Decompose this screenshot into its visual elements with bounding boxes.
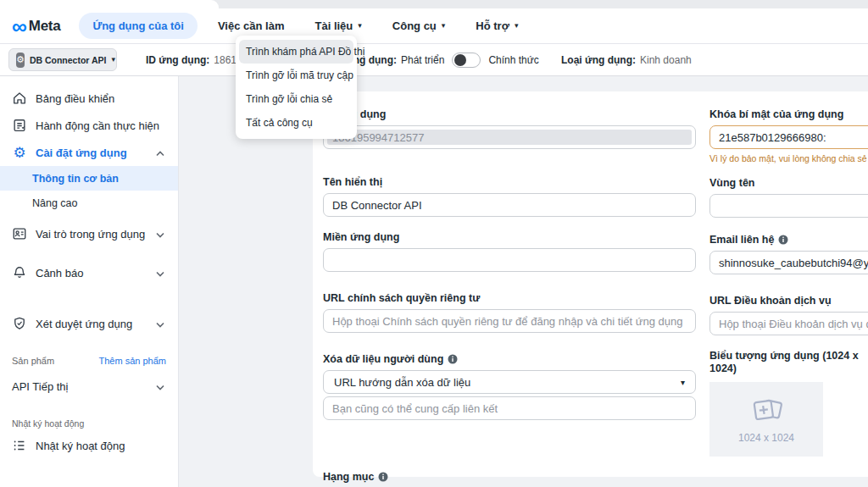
chevron-down-icon: ▾ xyxy=(358,22,362,30)
products-section-header: Sản phẩm Thêm sản phẩm xyxy=(0,356,178,366)
chevron-up-icon xyxy=(156,147,164,159)
menu-item-graph-api-explorer[interactable]: Trình khám phá API Đồ thị xyxy=(239,40,353,64)
activity-label: Nhật ký hoạt động xyxy=(12,418,84,429)
app-header-bar: ⚙ DB Connector API ▾ ID ứng dụng: 186195… xyxy=(0,44,868,76)
add-product-link[interactable]: Thêm sản phẩm xyxy=(99,356,166,366)
privacy-url-label: URL chính sách quyền riêng tư xyxy=(323,292,696,304)
chevron-down-icon xyxy=(156,228,164,241)
category-label: Hạng mục xyxy=(323,471,696,483)
photo-upload-icon xyxy=(744,395,788,430)
sidebar-item-alerts[interactable]: Cảnh báo xyxy=(0,259,178,286)
chevron-down-icon: ▾ xyxy=(515,22,519,30)
field-privacy-url: URL chính sách quyền riêng tư xyxy=(323,292,696,333)
form-column-left: ID ứng dụng 186195994712577 Tên hiển thị… xyxy=(323,108,696,460)
info-icon[interactable] xyxy=(448,354,458,364)
menu-item-sharing-debugger[interactable]: Trình gỡ lỗi chia sẻ xyxy=(239,87,353,111)
field-app-domains: Miền ứng dụng xyxy=(323,231,696,272)
meta-logo[interactable]: ∞ Meta xyxy=(12,18,60,35)
sidebar-item-basic-settings[interactable]: Thông tin cơ bản xyxy=(0,166,178,191)
namespace-input[interactable] xyxy=(709,194,868,218)
app-id-label: ID ứng dụng xyxy=(323,108,696,120)
form-column-right: Khóa bí mật của ứng dụng Vì lý do bảo mậ… xyxy=(709,108,868,460)
chevron-down-icon xyxy=(156,380,164,393)
data-deletion-url-input[interactable] xyxy=(323,396,696,420)
toggle-knob xyxy=(454,54,466,66)
sidebar-item-marketing-api[interactable]: API Tiếp thị xyxy=(0,373,178,400)
app-icon-label: Biểu tượng ứng dụng (1024 x 1024) xyxy=(709,350,868,375)
app-secret-input[interactable] xyxy=(709,125,868,149)
chevron-down-icon xyxy=(156,267,164,279)
sidebar-item-app-roles[interactable]: Vai trò trong ứng dụng xyxy=(0,220,178,247)
nav-tools[interactable]: Công cụ ▾ xyxy=(392,19,446,32)
display-name-input[interactable] xyxy=(323,193,696,217)
app-domains-input[interactable] xyxy=(323,248,696,272)
sidebar-item-app-review[interactable]: Xét duyệt ứng dụng xyxy=(0,310,178,337)
gear-icon: ⚙ xyxy=(12,145,27,160)
terms-url-label: URL Điều khoản dịch vụ xyxy=(709,295,868,307)
app-selector[interactable]: ⚙ DB Connector API ▾ xyxy=(8,48,117,71)
sidebar: Bảng điều khiển Hành động cần thực hiện … xyxy=(0,76,179,487)
meta-infinity-icon: ∞ xyxy=(12,18,27,35)
field-app-id: ID ứng dụng 186195994712577 xyxy=(323,108,696,149)
app-id-input: 186195994712577 xyxy=(323,125,696,149)
sidebar-item-dashboard[interactable]: Bảng điều khiển xyxy=(0,85,178,112)
chevron-down-icon xyxy=(156,318,164,330)
docs-dropdown-menu: Trình khám phá API Đồ thị Trình gỡ lỗi m… xyxy=(236,36,357,139)
page-layout: Bảng điều khiển Hành động cần thực hiện … xyxy=(0,76,868,487)
field-category: Hạng mục ▾ xyxy=(323,471,696,487)
top-navigation: ∞ Meta Ứng dụng của tôi Việc cần làm Tài… xyxy=(0,8,868,44)
display-name-label: Tên hiển thị xyxy=(323,176,696,188)
field-display-name: Tên hiển thị xyxy=(323,176,696,217)
select-caret-icon: ▾ xyxy=(681,378,685,387)
privacy-url-input[interactable] xyxy=(323,309,696,333)
app-gear-icon: ⚙ xyxy=(16,53,25,68)
app-icon-upload[interactable]: 1024 x 1024 xyxy=(709,382,823,457)
app-domains-label: Miền ứng dụng xyxy=(323,231,696,243)
home-icon xyxy=(12,91,27,106)
browser-tab xyxy=(0,0,219,8)
activity-section-header: Nhật ký hoạt động xyxy=(0,418,178,429)
nav-my-apps[interactable]: Ứng dụng của tôi xyxy=(79,13,198,39)
contact-email-label: Email liên hệ xyxy=(709,234,868,246)
app-secret-warning: Vì lý do bảo mật, vui lòng không chia sẻ… xyxy=(709,153,868,163)
meta-wordmark: Meta xyxy=(29,18,61,35)
browser-chrome-strip xyxy=(0,0,868,8)
chevron-down-icon: ▾ xyxy=(442,22,446,30)
sidebar-item-app-settings[interactable]: ⚙ Cài đặt ứng dụng xyxy=(0,139,178,166)
info-icon[interactable] xyxy=(378,472,388,482)
contact-email-input[interactable] xyxy=(709,251,868,274)
field-namespace: Vùng tên xyxy=(709,177,868,218)
field-contact-email: Email liên hệ xyxy=(709,234,868,274)
menu-item-all-tools[interactable]: Tất cả công cụ xyxy=(239,111,353,135)
id-badge-icon xyxy=(12,226,27,241)
field-data-deletion: Xóa dữ liệu người dùng URL hướng dẫn xóa… xyxy=(323,353,696,420)
app-secret-label: Khóa bí mật của ứng dụng xyxy=(709,108,868,120)
data-deletion-label: Xóa dữ liệu người dùng xyxy=(323,353,696,365)
data-deletion-select[interactable]: URL hướng dẫn xóa dữ liệu ▾ xyxy=(323,370,696,394)
list-icon xyxy=(12,438,27,453)
nav-support[interactable]: Hỗ trợ ▾ xyxy=(476,19,518,32)
sidebar-item-advanced-settings[interactable]: Nâng cao xyxy=(0,191,178,215)
checklist-icon xyxy=(12,118,27,133)
basic-settings-card: ID ứng dụng 186195994712577 Tên hiển thị… xyxy=(313,91,868,477)
field-terms-url: URL Điều khoản dịch vụ xyxy=(709,295,868,335)
shield-check-icon xyxy=(12,316,27,331)
menu-item-access-token-debugger[interactable]: Trình gỡ lỗi mã truy cập xyxy=(239,64,353,87)
sidebar-item-activity-log[interactable]: Nhật ký hoạt động xyxy=(0,432,178,459)
app-icon-dimensions: 1024 x 1024 xyxy=(738,432,794,444)
nav-docs[interactable]: Tài liệu ▾ xyxy=(314,19,361,32)
chevron-down-icon: ▾ xyxy=(112,56,116,64)
bell-icon xyxy=(12,265,27,280)
app-mode-toggle[interactable] xyxy=(452,53,481,68)
nav-todo[interactable]: Việc cần làm xyxy=(218,19,285,32)
products-label: Sản phẩm xyxy=(12,356,54,366)
app-type-display: Loại ứng dụng: Kinh doanh xyxy=(561,44,692,76)
namespace-label: Vùng tên xyxy=(709,177,868,189)
field-app-icon: Biểu tượng ứng dụng (1024 x 1024) 1024 x… xyxy=(709,350,868,457)
info-icon[interactable] xyxy=(778,235,788,245)
field-app-secret: Khóa bí mật của ứng dụng Vì lý do bảo mậ… xyxy=(709,108,868,163)
terms-url-input[interactable] xyxy=(709,312,868,335)
sidebar-item-required-actions[interactable]: Hành động cần thực hiện xyxy=(0,112,178,139)
